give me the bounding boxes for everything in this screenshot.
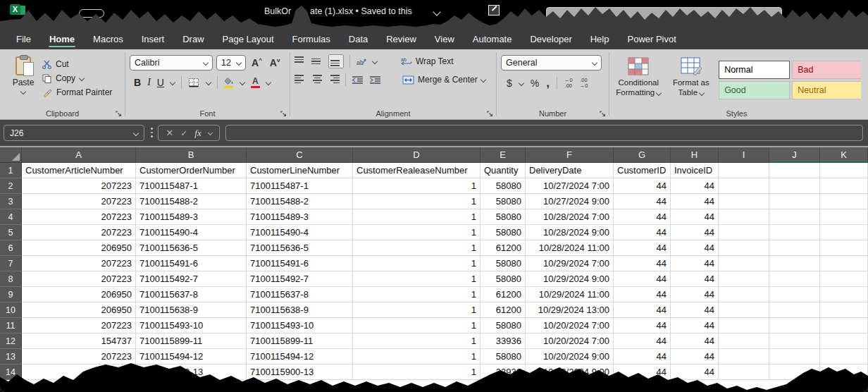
cell-H7[interactable]: 44 — [671, 256, 719, 271]
cell-B10[interactable]: 7100115638-9 — [136, 302, 247, 318]
cell-B7[interactable]: 7100115491-6 — [136, 256, 247, 271]
cell-G8[interactable]: 44 — [614, 271, 671, 287]
cell-C10[interactable]: 7100115638-9 — [247, 302, 353, 318]
cell-J2[interactable] — [769, 178, 820, 194]
cell-E9[interactable]: 61200 — [480, 287, 526, 302]
name-box-dropdown-icon[interactable] — [133, 130, 139, 135]
cell-D10[interactable]: 1 — [353, 302, 480, 318]
cell-J14[interactable] — [769, 365, 820, 380]
cell-E14[interactable]: 33936 — [480, 365, 526, 380]
borders-button[interactable] — [188, 78, 200, 88]
row-header-2[interactable]: 2 — [0, 178, 22, 194]
wrap-text-button[interactable]: ab Wrap Text — [401, 56, 454, 66]
cell-G6[interactable]: 44 — [614, 240, 671, 256]
merge-center-button[interactable]: Merge & Center — [402, 75, 485, 85]
cell-A4[interactable]: 207223 — [22, 209, 136, 225]
row-header-9[interactable]: 9 — [0, 287, 22, 302]
cell-H9[interactable]: 44 — [671, 287, 719, 302]
clipboard-dialog-launcher[interactable] — [114, 109, 123, 118]
cell-H13[interactable]: 44 — [671, 349, 719, 365]
comma-style-button[interactable]: , — [546, 76, 550, 90]
cell-H4[interactable]: 44 — [671, 209, 719, 225]
cell-H8[interactable]: 44 — [671, 271, 719, 287]
confirm-entry-icon[interactable]: ✓ — [180, 128, 187, 138]
cell-B11[interactable]: 7100115493-10 — [136, 318, 247, 333]
cell-G3[interactable]: 44 — [614, 194, 671, 209]
cell-E6[interactable]: 61200 — [480, 240, 526, 256]
cell-J1[interactable] — [769, 163, 820, 178]
font-size-combo[interactable]: 12 — [216, 55, 246, 71]
cell-J7[interactable] — [769, 256, 820, 271]
copy-dropdown-icon[interactable] — [79, 75, 85, 81]
cell-I11[interactable] — [719, 318, 769, 333]
tab-macros[interactable]: Macros — [84, 28, 132, 49]
italic-button[interactable]: I — [147, 77, 151, 88]
column-header-F[interactable]: F — [526, 147, 614, 163]
cell-F12[interactable]: 10/20/2024 7:00 — [526, 333, 614, 349]
editing-mode-icon[interactable] — [488, 5, 500, 16]
cell-A14[interactable]: 154737 — [22, 365, 136, 380]
tab-insert[interactable]: Insert — [132, 28, 174, 49]
cell-D11[interactable]: 1 — [353, 318, 480, 333]
cell-B6[interactable]: 7100115636-5 — [136, 240, 247, 256]
cell-E5[interactable]: 58080 — [480, 225, 526, 240]
cell-A9[interactable]: 206950 — [22, 287, 136, 302]
cell-J5[interactable] — [769, 225, 820, 240]
name-box[interactable]: J26 — [4, 125, 144, 141]
row-header-6[interactable]: 6 — [0, 240, 22, 256]
cancel-entry-icon[interactable]: ✕ — [166, 128, 173, 138]
cell-C2[interactable]: 7100115487-1 — [247, 178, 353, 194]
alignment-dialog-launcher[interactable] — [485, 109, 494, 118]
cell-I9[interactable] — [719, 287, 769, 302]
cell-I7[interactable] — [719, 256, 769, 271]
cell-J9[interactable] — [769, 287, 820, 302]
tab-page-layout[interactable]: Page Layout — [213, 28, 283, 49]
cell-J12[interactable] — [769, 333, 820, 349]
cell-E11[interactable]: 58080 — [480, 318, 526, 333]
cell-I4[interactable] — [719, 209, 769, 225]
cell-H12[interactable]: 44 — [671, 333, 719, 349]
tab-data[interactable]: Data — [340, 28, 377, 49]
align-right-button[interactable] — [328, 75, 340, 85]
bottom-align-button[interactable] — [328, 54, 344, 68]
cell-G1[interactable]: CustomerID — [614, 163, 671, 178]
cell-H5[interactable]: 44 — [671, 225, 719, 240]
font-color-dropdown-icon[interactable] — [266, 80, 271, 85]
cell-K4[interactable] — [820, 209, 868, 225]
cell-F13[interactable]: 10/20/2024 9:00 — [526, 349, 614, 365]
column-header-D[interactable]: D — [353, 147, 480, 163]
cell-I3[interactable] — [719, 194, 769, 209]
cell-F11[interactable]: 10/20/2024 7:00 — [526, 318, 614, 333]
underline-dropdown-icon[interactable] — [170, 80, 175, 85]
cell-H3[interactable]: 44 — [671, 194, 719, 209]
cell-I5[interactable] — [719, 225, 769, 240]
cell-C12[interactable]: 7100115899-11 — [247, 333, 353, 349]
cell-I2[interactable] — [719, 178, 769, 194]
cell-A11[interactable]: 207223 — [22, 318, 136, 333]
accounting-dropdown-icon[interactable] — [519, 80, 524, 86]
decrease-font-size-button[interactable]: Av — [268, 57, 283, 68]
cell-I10[interactable] — [719, 302, 769, 318]
cell-F7[interactable]: 10/29/2024 7:00 — [526, 256, 614, 271]
paste-button[interactable]: Paste — [4, 54, 42, 106]
cell-J4[interactable] — [769, 209, 820, 225]
column-header-J[interactable]: J — [769, 147, 820, 163]
cell-D5[interactable]: 1 — [353, 225, 480, 240]
cell-F8[interactable]: 10/29/2024 9:00 — [526, 271, 614, 287]
cell-A12[interactable]: 154737 — [22, 333, 136, 349]
percent-style-button[interactable]: % — [531, 78, 539, 89]
cell-H2[interactable]: 44 — [671, 178, 719, 194]
column-header-K[interactable]: K — [820, 147, 868, 163]
cell-F4[interactable]: 10/28/2024 7:00 — [526, 209, 614, 225]
column-header-C[interactable]: C — [247, 147, 353, 163]
tab-file[interactable]: File — [7, 28, 40, 49]
cell-J11[interactable] — [769, 318, 820, 333]
cell-H10[interactable]: 44 — [671, 302, 719, 318]
row-header-7[interactable]: 7 — [0, 256, 22, 271]
cell-G14[interactable]: 44 — [614, 365, 671, 380]
cell-G2[interactable]: 44 — [614, 178, 671, 194]
excel-app-icon[interactable]: X — [10, 4, 25, 16]
cell-G12[interactable]: 44 — [614, 333, 671, 349]
fx-dropdown-icon[interactable] — [208, 130, 213, 135]
cell-E10[interactable]: 61200 — [480, 302, 526, 318]
